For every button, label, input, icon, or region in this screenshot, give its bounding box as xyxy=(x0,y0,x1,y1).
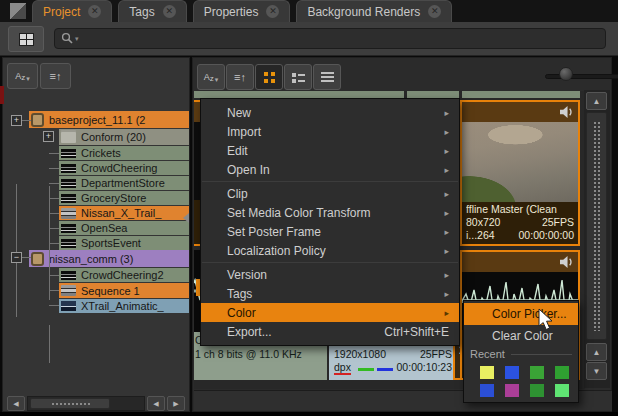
dropdown-caret-icon: ▾ xyxy=(26,75,30,83)
menu-item-new[interactable]: New▸ xyxy=(201,103,459,122)
color-swatch[interactable] xyxy=(555,384,569,397)
clip-fps: 25FPS xyxy=(542,216,574,229)
menu-item-open-in[interactable]: Open In▸ xyxy=(201,160,459,179)
tab-bar: Project ✕ Tags ✕ Properties ✕ Background… xyxy=(0,0,618,22)
tree-item-xtrail-animatic[interactable]: XTrail_Animatic_ xyxy=(59,299,189,313)
tree-item-nissan-x-trail[interactable]: Nissan_X_Trail_ xyxy=(59,206,189,220)
menu-item-color[interactable]: Color▸ xyxy=(201,303,459,322)
context-menu: New▸ Import▸ Edit▸ Open In▸ Clip▸ Set Me… xyxy=(200,98,460,346)
color-swatch[interactable] xyxy=(505,366,519,379)
audio-clip-icon xyxy=(61,164,76,173)
tree-item-conform[interactable]: Conform (20) xyxy=(59,129,189,145)
speaker-icon xyxy=(560,106,574,118)
scroll-up-button[interactable]: ▲ xyxy=(586,343,607,361)
clip-resolution: 1920x1080 xyxy=(334,348,386,362)
hscrollbar-thumb[interactable] xyxy=(30,398,110,409)
thumbnail-size-slider-track[interactable] xyxy=(545,74,618,79)
tree-guide-line xyxy=(49,228,59,229)
tab-properties[interactable]: Properties ✕ xyxy=(193,0,291,22)
tree-item-baseproject[interactable]: baseproject_11.1 (2 xyxy=(29,111,189,128)
close-icon[interactable]: ✕ xyxy=(163,5,176,18)
scroll-right-button[interactable]: ▶ xyxy=(167,396,185,411)
tree-item-sportsevent[interactable]: SportsEvent xyxy=(59,236,189,250)
sort-ascending-icon: ≡↑ xyxy=(50,70,62,82)
view-grid-button[interactable] xyxy=(255,64,283,90)
color-swatch[interactable] xyxy=(530,384,544,397)
close-icon[interactable]: ✕ xyxy=(428,5,441,18)
close-icon[interactable]: ✕ xyxy=(88,5,101,18)
card-fragment xyxy=(194,91,404,98)
window-edge xyxy=(0,412,618,416)
submenu-arrow-icon: ▸ xyxy=(444,246,449,256)
menu-item-edit[interactable]: Edit▸ xyxy=(201,141,459,160)
menu-item-clip[interactable]: Clip▸ xyxy=(201,184,459,203)
menu-item-localization-policy[interactable]: Localization Policy▸ xyxy=(201,241,459,260)
sort-order-button[interactable]: ≡↑ xyxy=(226,64,254,90)
color-swatch[interactable] xyxy=(480,366,494,379)
hscrollbar-track[interactable] xyxy=(27,396,145,411)
sequence-icon xyxy=(61,208,76,219)
clip-timecode: 00:00:10:23 xyxy=(397,361,452,375)
tree-expander-icon[interactable]: + xyxy=(11,115,22,126)
search-input[interactable] xyxy=(79,33,559,45)
tree-guide-line xyxy=(49,213,59,214)
tree-item-sequence-1[interactable]: Sequence 1 xyxy=(59,283,189,298)
tree-item-departmentstore[interactable]: DepartmentStore xyxy=(59,176,189,190)
color-swatch[interactable] xyxy=(505,384,519,397)
color-swatch[interactable] xyxy=(480,384,494,397)
menu-item-set-poster-frame[interactable]: Set Poster Frame▸ xyxy=(201,222,459,241)
color-swatch[interactable] xyxy=(530,366,544,379)
scroll-left-button[interactable]: ◀ xyxy=(7,396,25,411)
tab-tags[interactable]: Tags ✕ xyxy=(118,0,186,22)
search-icon xyxy=(61,32,74,45)
tree-item-crowdcheering[interactable]: CrowdCheering xyxy=(59,161,189,175)
tree-item-crowdcheering2[interactable]: CrowdCheering2 xyxy=(59,268,189,282)
sort-order-button[interactable]: ≡↑ xyxy=(40,63,71,89)
tab-background-renders[interactable]: Background Renders ✕ xyxy=(296,0,452,22)
vscrollbar-thumb[interactable] xyxy=(586,112,607,340)
menu-separator xyxy=(202,181,458,182)
bin-icon xyxy=(31,252,44,266)
menu-item-tags[interactable]: Tags▸ xyxy=(201,284,459,303)
close-icon[interactable]: ✕ xyxy=(266,5,279,18)
tree-item-crickets[interactable]: Crickets xyxy=(59,146,189,160)
tab-label: Project xyxy=(43,5,80,19)
menu-item-color-picker[interactable]: Color Picker... xyxy=(464,303,578,325)
audio-clip-icon xyxy=(61,179,76,188)
menu-item-export[interactable]: Export...Ctrl+Shift+E xyxy=(201,322,459,341)
view-list-button[interactable] xyxy=(313,64,341,90)
card-fragment xyxy=(407,91,459,98)
tree-expander-icon[interactable]: + xyxy=(43,131,54,142)
scroll-up-button[interactable]: ▲ xyxy=(586,92,607,110)
main-toolbar: ▾ xyxy=(0,22,618,56)
tab-project[interactable]: Project ✕ xyxy=(32,0,112,22)
sort-alpha-button[interactable]: Az▾ xyxy=(197,64,225,90)
menu-item-set-media-color-transform[interactable]: Set Media Color Transform▸ xyxy=(201,203,459,222)
bin-icon xyxy=(31,113,44,127)
vscrollbar[interactable]: ▲ ▲ ▼ xyxy=(584,90,610,388)
menu-item-import[interactable]: Import▸ xyxy=(201,122,459,141)
tree-item-grocerystore[interactable]: GroceryStore xyxy=(59,191,189,205)
scroll-left-button[interactable]: ◀ xyxy=(147,396,165,411)
tree-item-opensea[interactable]: OpenSea xyxy=(59,221,189,235)
tree-guide-line xyxy=(49,183,59,184)
menu-item-clear-color[interactable]: Clear Color xyxy=(464,325,578,347)
color-swatch[interactable] xyxy=(555,366,569,379)
submenu-arrow-icon: ▸ xyxy=(444,127,449,137)
view-thumb-list-button[interactable] xyxy=(284,64,312,90)
clip-fps: 25FPS xyxy=(420,348,452,362)
sort-alpha-button[interactable]: Az▾ xyxy=(7,63,38,89)
window-layout-button[interactable] xyxy=(8,26,44,52)
search-field[interactable]: ▾ xyxy=(54,28,606,49)
folder-icon xyxy=(61,132,76,143)
menu-item-version[interactable]: Version▸ xyxy=(201,265,459,284)
color-submenu: Color Picker... Clear Color Recent xyxy=(463,300,579,403)
clip-title: ffline Master (Clean xyxy=(466,203,574,216)
clip-card-offline-master[interactable]: ffline Master (Clean 80x720 25FPS i...26… xyxy=(460,100,580,246)
image-clip-icon xyxy=(61,301,76,311)
tree-item-nissan-comm[interactable]: nissan_comm (3) xyxy=(29,250,189,267)
tree-expander-icon[interactable]: − xyxy=(11,252,22,263)
splitter-collapse-arrow-icon[interactable] xyxy=(183,213,189,223)
thumbnail-size-slider-knob[interactable] xyxy=(559,67,573,81)
scroll-down-button[interactable]: ▼ xyxy=(586,362,607,380)
